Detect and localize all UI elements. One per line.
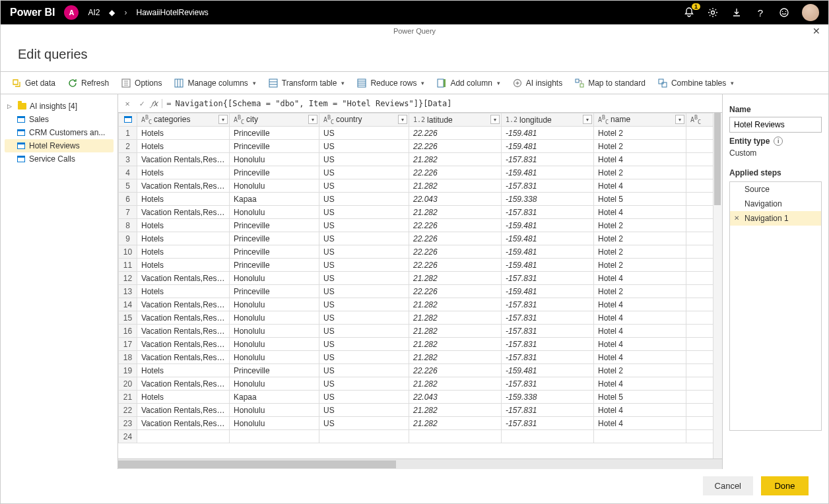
cell-categories[interactable]: Hotels <box>137 219 230 232</box>
table-row[interactable]: 16Vacation Rentals,Resorts &...HonoluluU… <box>119 325 722 338</box>
column-header[interactable]: ABCcategories▾ <box>137 113 230 127</box>
cell-city[interactable]: Honolulu <box>230 338 319 351</box>
file-name[interactable]: HawaiiHotelReviews <box>136 8 208 17</box>
cell-country[interactable]: US <box>319 127 409 140</box>
cell-country[interactable] <box>319 430 409 443</box>
cell-country[interactable]: US <box>319 325 409 338</box>
cell-latitude[interactable]: 21.282 <box>409 417 502 430</box>
cell-latitude[interactable]: 22.226 <box>409 127 502 140</box>
formula-text[interactable]: Navigation{[Schema = "dbo", Item = "Hote… <box>175 99 451 108</box>
table-row[interactable]: 17Vacation Rentals,Resorts &...HonoluluU… <box>119 338 722 351</box>
cell-categories[interactable]: Hotels <box>137 245 230 259</box>
cell-longitude[interactable]: -159.481 <box>502 140 594 153</box>
cell-longitude[interactable]: -159.481 <box>502 166 594 179</box>
cell-categories[interactable]: Vacation Rentals,Resorts &... <box>137 272 230 285</box>
table-row[interactable]: 5Vacation Rentals,Resorts &...HonoluluUS… <box>119 179 722 193</box>
table-row[interactable]: 11HotelsPrincevilleUS22.226-159.481Hotel… <box>119 259 722 272</box>
query-item[interactable]: Service Calls <box>5 152 114 166</box>
cell-city[interactable]: Princeville <box>230 232 319 245</box>
refresh-button[interactable]: Refresh <box>66 75 110 91</box>
feedback-icon[interactable] <box>778 7 790 18</box>
table-row[interactable]: 10HotelsPrincevilleUS22.226-159.481Hotel… <box>119 245 722 259</box>
table-row[interactable]: 22Vacation Rentals,Resorts &...HonoluluU… <box>119 404 722 417</box>
row-number[interactable]: 3 <box>119 153 137 166</box>
cell-latitude[interactable]: 21.282 <box>409 206 502 219</box>
column-filter-icon[interactable]: ▾ <box>583 115 592 124</box>
cell-longitude[interactable]: -159.481 <box>502 259 594 272</box>
cell-categories[interactable]: Vacation Rentals,Resorts &... <box>137 377 230 391</box>
cell-city[interactable]: Honolulu <box>230 206 319 219</box>
cell-country[interactable]: US <box>319 166 409 179</box>
cell-latitude[interactable]: 22.043 <box>409 193 502 206</box>
cell-name[interactable]: Hotel 4 <box>594 404 686 417</box>
row-number[interactable]: 22 <box>119 404 137 417</box>
row-number[interactable]: 7 <box>119 206 137 219</box>
table-row[interactable]: 3Vacation Rentals,Resorts &...HonoluluUS… <box>119 153 722 166</box>
table-row[interactable]: 24 <box>119 430 722 443</box>
cell-longitude[interactable]: -157.831 <box>502 179 594 193</box>
row-number[interactable]: 4 <box>119 166 137 179</box>
cell-country[interactable]: US <box>319 193 409 206</box>
table-row[interactable]: 19HotelsPrincevilleUS22.226-159.481Hotel… <box>119 364 722 377</box>
cell-categories[interactable] <box>137 430 230 443</box>
table-row[interactable]: 1HotelsPrincevilleUS22.226-159.481Hotel … <box>119 127 722 140</box>
scrollbar-thumb[interactable] <box>714 113 721 205</box>
cell-city[interactable]: Honolulu <box>230 351 319 364</box>
add-column-button[interactable]: Add column ▾ <box>435 75 501 91</box>
cell-name[interactable]: Hotel 2 <box>594 364 686 377</box>
cell-categories[interactable]: Hotels <box>137 391 230 404</box>
row-number[interactable]: 18 <box>119 351 137 364</box>
fx-icon[interactable]: 𝑓x <box>151 99 158 108</box>
query-item[interactable]: Sales <box>5 113 114 126</box>
row-number[interactable]: 21 <box>119 391 137 404</box>
cell-country[interactable]: US <box>319 351 409 364</box>
cell-longitude[interactable]: -159.338 <box>502 391 594 404</box>
cell-name[interactable]: Hotel 4 <box>594 417 686 430</box>
cell-name[interactable]: Hotel 2 <box>594 140 686 153</box>
cell-latitude[interactable]: 21.282 <box>409 325 502 338</box>
cell-name[interactable]: Hotel 2 <box>594 259 686 272</box>
reduce-rows-button[interactable]: Reduce rows ▾ <box>355 75 426 91</box>
cell-latitude[interactable]: 21.282 <box>409 298 502 311</box>
cell-city[interactable]: Honolulu <box>230 404 319 417</box>
applied-step[interactable]: Navigation <box>730 197 821 211</box>
cell-country[interactable]: US <box>319 404 409 417</box>
cell-name[interactable]: Hotel 4 <box>594 179 686 193</box>
info-icon[interactable]: i <box>774 137 783 146</box>
cell-latitude[interactable]: 22.226 <box>409 364 502 377</box>
cell-country[interactable]: US <box>319 311 409 325</box>
cell-city[interactable]: Honolulu <box>230 311 319 325</box>
options-button[interactable]: Options <box>119 75 163 91</box>
cell-latitude[interactable]: 22.043 <box>409 391 502 404</box>
delete-step-icon[interactable]: ✕ <box>734 214 739 222</box>
transform-table-button[interactable]: Transform table ▾ <box>267 75 347 91</box>
workspace-name[interactable]: AI2 <box>88 8 100 17</box>
cell-categories[interactable]: Vacation Rentals,Resorts &... <box>137 298 230 311</box>
cell-categories[interactable]: Hotels <box>137 364 230 377</box>
column-header[interactable]: 1.2longitude▾ <box>502 113 594 127</box>
cell-latitude[interactable] <box>409 430 502 443</box>
row-number[interactable]: 14 <box>119 298 137 311</box>
cell-longitude[interactable]: -157.831 <box>502 404 594 417</box>
manage-columns-button[interactable]: Manage columns ▾ <box>172 75 257 91</box>
cell-categories[interactable]: Vacation Rentals,Resorts &... <box>137 311 230 325</box>
formula-accept-icon[interactable]: ✓ <box>137 98 147 109</box>
combine-tables-button[interactable]: Combine tables ▾ <box>656 75 735 91</box>
cell-country[interactable]: US <box>319 232 409 245</box>
cell-latitude[interactable]: 22.226 <box>409 219 502 232</box>
applied-step[interactable]: Source <box>730 182 821 197</box>
cell-country[interactable]: US <box>319 259 409 272</box>
cell-city[interactable]: Princeville <box>230 364 319 377</box>
row-number[interactable]: 23 <box>119 417 137 430</box>
cell-categories[interactable]: Vacation Rentals,Resorts &... <box>137 417 230 430</box>
cell-city[interactable]: Honolulu <box>230 377 319 391</box>
table-row[interactable]: 6HotelsKapaaUS22.043-159.338Hotel 5 <box>119 193 722 206</box>
cell-name[interactable]: Hotel 4 <box>594 377 686 391</box>
cell-latitude[interactable]: 21.282 <box>409 338 502 351</box>
column-filter-icon[interactable]: ▾ <box>398 115 407 124</box>
table-row[interactable]: 13HotelsPrincevilleUS22.226-159.481Hotel… <box>119 285 722 298</box>
cell-country[interactable]: US <box>319 417 409 430</box>
table-row[interactable]: 18Vacation Rentals,Resorts &...HonoluluU… <box>119 351 722 364</box>
cell-city[interactable]: Honolulu <box>230 153 319 166</box>
cell-longitude[interactable]: -157.831 <box>502 272 594 285</box>
